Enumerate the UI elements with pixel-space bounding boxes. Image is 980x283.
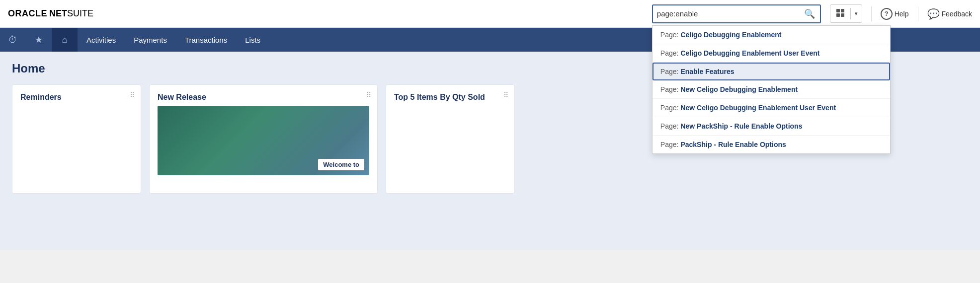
activities-label: Activities xyxy=(86,36,116,44)
search-box: 🔍 xyxy=(652,4,821,23)
svg-rect-0 xyxy=(836,9,840,12)
search-input[interactable] xyxy=(657,9,803,18)
add-button-group: ▼ xyxy=(830,4,862,23)
search-button[interactable]: 🔍 xyxy=(803,8,816,19)
dropdown-item-1[interactable]: Page: Celigo Debugging Enablement xyxy=(653,26,890,44)
add-icon xyxy=(835,8,845,18)
separator-2 xyxy=(918,6,918,21)
recent-icon: ⏱ xyxy=(8,35,17,45)
drag-handle-top5[interactable]: ⠿ xyxy=(503,91,508,99)
help-label: Help xyxy=(895,10,909,18)
svg-rect-1 xyxy=(841,9,844,12)
payments-nav[interactable]: Payments xyxy=(125,28,176,52)
reminders-card: ⠿ Reminders xyxy=(12,84,141,194)
star-icon: ★ xyxy=(35,34,43,45)
dropdown-prefix-2: Page: xyxy=(660,49,679,57)
feedback-button[interactable]: 💬 Feedback xyxy=(927,8,972,20)
feedback-icon: 💬 xyxy=(927,8,940,20)
dropdown-bold-6: New PackShip - Rule Enable Options xyxy=(680,122,802,130)
new-release-card: ⠿ New Release Welcome to xyxy=(149,84,378,194)
dropdown-item-2[interactable]: Page: Celigo Debugging Enablement User E… xyxy=(653,44,890,63)
home-button[interactable]: ⌂ xyxy=(52,28,78,52)
lists-nav[interactable]: Lists xyxy=(236,28,269,52)
dropdown-item-3[interactable]: Page: Enable Features xyxy=(653,63,890,80)
dropdown-prefix-3: Page: xyxy=(660,68,679,75)
dropdown-prefix-5: Page: xyxy=(660,104,679,112)
logo-net: NET xyxy=(49,8,67,19)
dropdown-bold-7: PackShip - Rule Enable Options xyxy=(680,141,786,148)
new-release-background: Welcome to xyxy=(158,106,369,175)
logo: ORACLE NETSUITE xyxy=(8,8,93,19)
top5-card-title: Top 5 Items By Qty Sold xyxy=(394,93,506,102)
home-icon: ⌂ xyxy=(62,35,68,45)
recent-button[interactable]: ⏱ xyxy=(0,28,26,52)
search-dropdown: Page: Celigo Debugging Enablement Page: … xyxy=(652,25,891,154)
lists-label: Lists xyxy=(245,36,260,44)
top5-card: ⠿ Top 5 Items By Qty Sold xyxy=(386,84,515,194)
activities-nav[interactable]: Activities xyxy=(78,28,125,52)
favorites-button[interactable]: ★ xyxy=(26,28,52,52)
dropdown-item-4[interactable]: Page: New Celigo Debugging Enablement xyxy=(653,80,890,99)
dropdown-item-6[interactable]: Page: New PackShip - Rule Enable Options xyxy=(653,117,890,136)
dropdown-prefix-6: Page: xyxy=(660,122,679,130)
dropdown-prefix-7: Page: xyxy=(660,141,679,148)
dropdown-bold-4: New Celigo Debugging Enablement xyxy=(680,85,798,93)
drag-handle-reminders[interactable]: ⠿ xyxy=(130,91,135,99)
feedback-label: Feedback xyxy=(942,10,972,18)
drag-handle-new-release[interactable]: ⠿ xyxy=(366,91,371,99)
help-icon: ? xyxy=(881,8,893,20)
welcome-banner: Welcome to xyxy=(318,159,364,170)
svg-rect-2 xyxy=(836,13,840,17)
dropdown-bold-1: Celigo Debugging Enablement xyxy=(680,31,781,39)
help-button[interactable]: ? Help xyxy=(881,8,909,20)
logo-oracle: ORACLE xyxy=(8,8,47,19)
dropdown-bold-2: Celigo Debugging Enablement User Event xyxy=(680,49,819,57)
dropdown-item-7[interactable]: Page: PackShip - Rule Enable Options xyxy=(653,136,890,153)
top-bar: ORACLE NETSUITE 🔍 Page: Celigo Debugging… xyxy=(0,0,980,28)
separator-1 xyxy=(871,6,872,21)
add-main-button[interactable] xyxy=(830,5,850,22)
dropdown-prefix-4: Page: xyxy=(660,85,679,93)
svg-rect-3 xyxy=(841,13,844,17)
dropdown-prefix-1: Page: xyxy=(660,31,679,39)
add-dropdown-arrow[interactable]: ▼ xyxy=(850,8,862,19)
search-container: 🔍 Page: Celigo Debugging Enablement Page… xyxy=(652,4,821,23)
transactions-label: Transactions xyxy=(185,36,227,44)
top-right-actions: 🔍 Page: Celigo Debugging Enablement Page… xyxy=(652,4,972,23)
payments-label: Payments xyxy=(134,36,167,44)
dropdown-item-5[interactable]: Page: New Celigo Debugging Enablement Us… xyxy=(653,99,890,117)
dropdown-bold-5: New Celigo Debugging Enablement User Eve… xyxy=(680,104,836,112)
reminders-card-title: Reminders xyxy=(20,93,133,102)
logo-suite: SUITE xyxy=(67,8,93,19)
dropdown-bold-3: Enable Features xyxy=(680,68,734,75)
new-release-card-title: New Release xyxy=(158,93,369,102)
transactions-nav[interactable]: Transactions xyxy=(176,28,236,52)
